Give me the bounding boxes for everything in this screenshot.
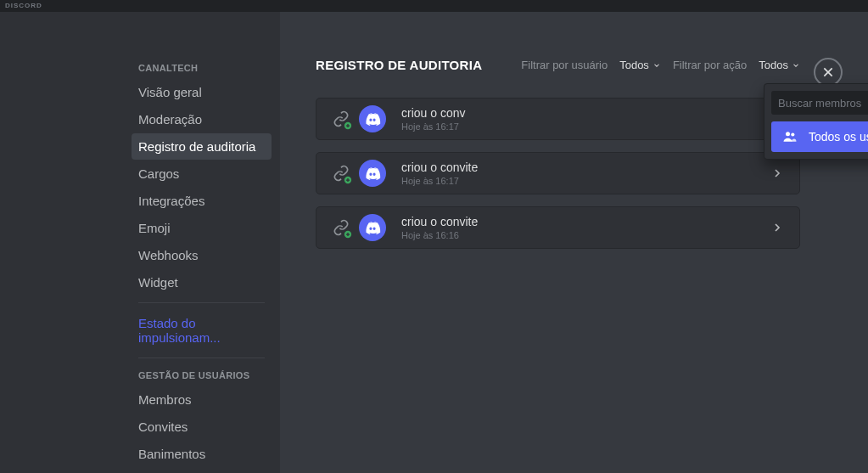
audit-log-entry[interactable]: criou o conv Hoje às 16:17 [316,98,800,140]
expand-icon[interactable] [770,221,784,234]
audit-log-entry[interactable]: criou o convite Hoje às 16:17 [316,152,800,194]
content-region: REGISTRO DE AUDITORIA Filtrar por usuári… [280,12,868,473]
sidebar-item-webhooks[interactable]: Webhooks [132,242,272,268]
sidebar-item-roles[interactable]: Cargos [132,160,272,187]
svg-point-5 [786,132,790,136]
sidebar-section-server: CANALTECH [132,58,272,78]
filter-action-label: Filtrar por ação [673,59,747,71]
settings-sidebar: CANALTECH Visão geral Moderação Registro… [0,12,280,473]
chevron-right-icon [770,221,784,234]
invite-create-icon [332,164,350,183]
filter-user-value: Todos [619,59,649,71]
sidebar-item-emoji[interactable]: Emoji [132,215,272,241]
sidebar-item-invites[interactable]: Convites [132,414,272,440]
chevron-right-icon [770,166,784,180]
sidebar-item-integrations[interactable]: Integrações [132,188,272,214]
audit-log-entry[interactable]: criou o convite Hoje às 16:16 [316,206,800,249]
discord-logo-icon [364,219,381,236]
filter-user-label: Filtrar por usuário [521,59,608,71]
page-title: REGISTRO DE AUDITORIA [316,58,482,72]
chevron-down-icon [792,61,800,70]
log-timestamp: Hoje às 16:17 [401,121,465,132]
sidebar-item-bans[interactable]: Banimentos [132,441,272,467]
log-timestamp: Hoje às 16:17 [401,176,478,186]
invite-create-icon [332,110,350,128]
dropdown-option-label: Todos os usuários [809,130,868,144]
svg-point-6 [791,132,794,136]
user-avatar [359,160,386,187]
users-icon [781,128,798,145]
discord-logo-icon [364,110,381,127]
discord-logo-icon [364,165,381,182]
log-action-text: criou o conv [401,106,465,120]
sidebar-item-members[interactable]: Membros [132,386,272,413]
dropdown-option-all-users[interactable]: Todos os usuários [771,121,868,152]
log-action-text: criou o convite [401,215,478,228]
close-icon [821,65,835,79]
chevron-down-icon [652,61,661,70]
sidebar-item-audit-log[interactable]: Registro de auditoria [132,133,272,160]
filter-user-dropdown[interactable]: Todos [619,59,661,71]
divider [138,302,265,303]
sidebar-item-widget[interactable]: Widget [132,269,272,296]
sidebar-section-user-management: GESTÃO DE USUÁRIOS [132,365,272,386]
sidebar-item-moderation[interactable]: Moderação [132,106,272,132]
sidebar-item-boost-status[interactable]: Estado do impulsionam... [132,310,272,351]
filter-user-popover: Todos os usuários [764,83,868,160]
expand-icon[interactable] [770,166,784,180]
member-search-field[interactable] [771,91,868,115]
member-search-input[interactable] [778,97,868,110]
titlebar: DISCORD [0,0,868,12]
invite-create-icon [332,218,350,237]
filter-action-dropdown[interactable]: Todos [759,59,800,71]
audit-log-list: criou o conv Hoje às 16:17 criou o convi… [316,98,800,249]
user-avatar [359,214,386,241]
sidebar-item-overview[interactable]: Visão geral [132,79,272,105]
log-action-text: criou o convite [401,160,478,174]
user-avatar [359,105,386,132]
filter-action-value: Todos [759,59,788,71]
log-timestamp: Hoje às 16:16 [401,230,478,240]
divider [138,358,265,358]
close-settings-button[interactable] [814,58,843,87]
